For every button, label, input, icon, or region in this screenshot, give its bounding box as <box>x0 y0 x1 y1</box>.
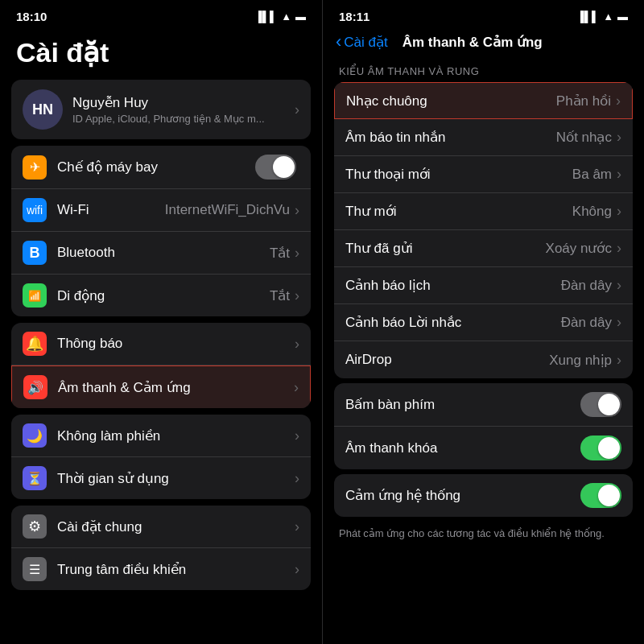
airplane-row[interactable]: ✈ Chế độ máy bay <box>11 146 311 189</box>
sentmail-value: Xoáy nước <box>546 240 612 257</box>
lock-sound-toggle[interactable] <box>580 436 621 460</box>
moon-icon: 🌙 <box>23 423 47 448</box>
mobile-row[interactable]: 📶 Di động Tắt › <box>11 275 311 316</box>
calendar-alert-label: Cảnh báo lịch <box>345 277 561 294</box>
sound-chevron: › <box>294 379 299 396</box>
bluetooth-row[interactable]: B Bluetooth Tắt › <box>11 232 311 275</box>
sound-section-header: KIỂU ÂM THANH VÀ RUNG <box>323 59 644 82</box>
back-chevron-icon: ‹ <box>336 33 341 51</box>
screentime-row[interactable]: ⏳ Thời gian sử dụng › <box>11 457 311 499</box>
focus-group: 🌙 Không làm phiền › ⏳ Thời gian sử dụng … <box>11 415 311 499</box>
newmail-chevron: › <box>617 203 621 220</box>
ringtone-chevron: › <box>616 93 621 109</box>
reminder-alert-value: Đàn dây <box>561 315 612 331</box>
profile-name: Nguyễn Huy <box>72 94 295 111</box>
dnd-chevron: › <box>295 427 299 444</box>
notification-row[interactable]: 🔔 Thông báo › <box>11 323 311 365</box>
message-sound-chevron: › <box>617 129 621 146</box>
lock-sound-label: Âm thanh khóa <box>345 440 580 456</box>
reminder-alert-row[interactable]: Cảnh báo Lời nhắc Đàn dây › <box>334 304 633 341</box>
notification-chevron: › <box>295 336 299 353</box>
right-battery-icon: ▬ <box>617 10 628 23</box>
airdrop-row[interactable]: AirDrop Xung nhịp › <box>334 341 633 378</box>
airdrop-label: AirDrop <box>345 352 549 368</box>
mobile-label: Di động <box>57 287 270 304</box>
calendar-alert-chevron: › <box>617 277 621 294</box>
wifi-chevron: › <box>295 202 299 219</box>
right-time: 18:11 <box>339 10 369 23</box>
nav-title: Âm thanh & Cảm ứng <box>402 34 543 51</box>
dnd-row[interactable]: 🌙 Không làm phiền › <box>11 415 311 457</box>
right-status-icons: ▐▌▌ ▲ ▬ <box>576 10 628 23</box>
left-status-icons: ▐▌▌ ▲ ▬ <box>254 10 306 23</box>
sound-settings-group: Nhạc chuông Phản hồi › Âm báo tin nhắn N… <box>334 82 633 378</box>
control-chevron: › <box>295 561 299 578</box>
wifi-status-icon: ▲ <box>281 10 291 23</box>
general-label: Cài đặt chung <box>57 518 295 535</box>
newmail-value: Không <box>572 204 612 220</box>
wifi-value: InternetWiFi_DichVu <box>165 202 290 218</box>
mobile-value: Tắt <box>270 287 290 304</box>
gear-icon: ⚙ <box>23 514 47 539</box>
ringtone-row[interactable]: Nhạc chuông Phản hồi › <box>334 82 633 119</box>
voicemail-value: Ba âm <box>572 167 612 183</box>
airplane-toggle[interactable] <box>255 155 296 180</box>
haptics-group: Cảm ứng hệ thống <box>334 474 633 517</box>
left-status-bar: 18:10 ▐▌▌ ▲ ▬ <box>0 0 322 28</box>
bluetooth-icon: B <box>23 241 47 265</box>
battery-icon: ▬ <box>295 10 306 23</box>
system-haptics-toggle[interactable] <box>580 483 621 508</box>
system-haptics-label: Cảm ứng hệ thống <box>345 487 580 504</box>
message-sound-value: Nốt nhạc <box>556 129 612 146</box>
nav-bar: ‹ Cài đặt Âm thanh & Cảm ứng <box>323 28 644 59</box>
bluetooth-label: Bluetooth <box>57 245 270 261</box>
keyboard-sounds-row[interactable]: Bấm bàn phím <box>334 383 633 427</box>
profile-row[interactable]: HN Nguyễn Huy ID Apple, iCloud, Phương t… <box>11 80 311 139</box>
mobile-icon: 📶 <box>23 283 47 308</box>
voicemail-row[interactable]: Thư thoại mới Ba âm › <box>334 156 633 193</box>
airplane-label: Chế độ máy bay <box>57 159 255 175</box>
dnd-label: Không làm phiền <box>57 427 295 444</box>
lock-sound-row[interactable]: Âm thanh khóa <box>334 427 633 469</box>
sound-icon: 🔊 <box>23 375 47 399</box>
newmail-row[interactable]: Thư mới Không › <box>334 193 633 230</box>
sentmail-label: Thư đã gửi <box>345 240 546 257</box>
message-sound-row[interactable]: Âm báo tin nhắn Nốt nhạc › <box>334 119 633 156</box>
right-signal-icon: ▐▌▌ <box>576 10 599 23</box>
voicemail-chevron: › <box>617 166 621 183</box>
left-panel: 18:10 ▐▌▌ ▲ ▬ Cài đặt HN Nguyễn Huy ID A… <box>0 0 322 644</box>
message-sound-label: Âm báo tin nhắn <box>345 129 556 146</box>
wifi-label: Wi-Fi <box>57 202 165 218</box>
wifi-row[interactable]: wifi Wi-Fi InternetWiFi_DichVu › <box>11 189 311 232</box>
control-icon: ☰ <box>23 557 47 581</box>
ringtone-label: Nhạc chuông <box>346 93 556 109</box>
system-haptics-row[interactable]: Cảm ứng hệ thống <box>334 474 633 517</box>
airdrop-chevron: › <box>617 352 621 369</box>
general-chevron: › <box>295 518 299 535</box>
screentime-label: Thời gian sử dụng <box>57 470 295 487</box>
general-row[interactable]: ⚙ Cài đặt chung › <box>11 506 311 548</box>
sentmail-row[interactable]: Thư đã gửi Xoáy nước › <box>334 230 633 267</box>
sound-row[interactable]: 🔊 Âm thanh & Cảm ứng › <box>11 365 311 408</box>
ringtone-value: Phản hồi <box>556 93 611 109</box>
profile-subtitle: ID Apple, iCloud, Phương tiện & Mục m... <box>72 113 295 125</box>
keyboard-sounds-label: Bấm bàn phím <box>345 396 580 413</box>
control-row[interactable]: ☰ Trung tâm điều khiển › <box>11 548 311 590</box>
back-button[interactable]: ‹ Cài đặt <box>336 33 388 51</box>
airdrop-value: Xung nhịp <box>549 352 612 369</box>
mobile-chevron: › <box>295 287 299 304</box>
sound-label: Âm thanh & Cảm ứng <box>58 379 294 396</box>
keyboard-sounds-toggle[interactable] <box>580 392 621 417</box>
back-label: Cài đặt <box>344 34 387 51</box>
voicemail-label: Thư thoại mới <box>345 166 572 183</box>
bluetooth-chevron: › <box>295 245 299 262</box>
haptics-note: Phát cảm ứng cho các tương tác và điều k… <box>323 522 644 549</box>
reminder-alert-label: Cảnh báo Lời nhắc <box>345 314 561 331</box>
notifications-group: 🔔 Thông báo › 🔊 Âm thanh & Cảm ứng › <box>11 323 311 408</box>
calendar-alert-row[interactable]: Cảnh báo lịch Đàn dây › <box>334 267 633 304</box>
connectivity-group: ✈ Chế độ máy bay wifi Wi-Fi InternetWiFi… <box>11 146 311 316</box>
calendar-alert-value: Đàn dây <box>561 278 612 294</box>
signal-icon: ▐▌▌ <box>254 10 277 23</box>
wifi-icon: wifi <box>23 198 47 222</box>
newmail-label: Thư mới <box>345 203 572 220</box>
